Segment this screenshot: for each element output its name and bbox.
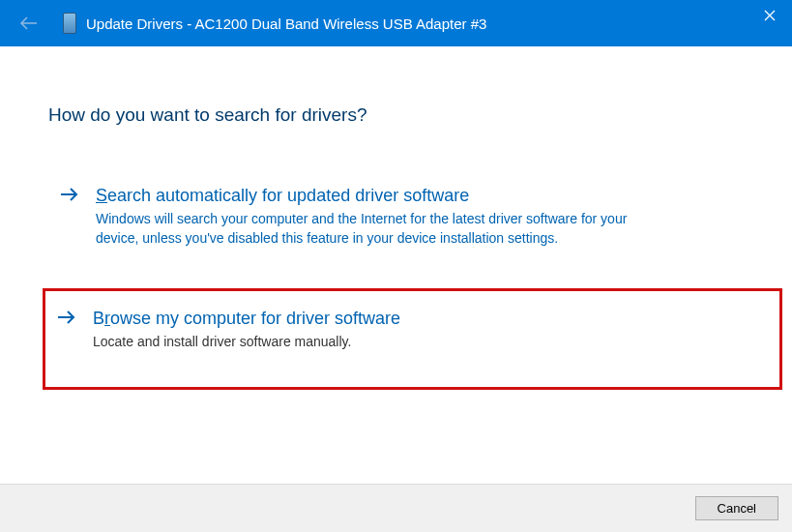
device-icon [63,13,76,34]
arrow-right-icon [58,186,81,203]
page-heading: How do you want to search for drivers? [48,104,744,126]
window-title: Update Drivers - AC1200 Dual Band Wirele… [86,15,486,32]
back-arrow-icon [19,15,39,31]
option-search-automatically[interactable]: Search automatically for updated driver … [48,174,744,259]
option-title: Search automatically for updated driver … [96,186,734,206]
option-description: Locate and install driver software manua… [93,333,634,352]
close-icon [764,10,776,21]
back-button[interactable] [19,15,39,31]
close-button[interactable] [748,0,792,31]
option-title: Browse my computer for driver software [93,309,770,329]
option-text-block: Browse my computer for driver software L… [93,309,770,352]
option-browse-computer[interactable]: Browse my computer for driver software L… [43,288,782,390]
titlebar: Update Drivers - AC1200 Dual Band Wirele… [0,0,792,46]
option-description: Windows will search your computer and th… [96,210,637,248]
arrow-right-icon [55,309,78,326]
cancel-button[interactable]: Cancel [695,496,778,520]
footer: Cancel [0,484,792,532]
content-area: How do you want to search for drivers? S… [0,46,792,484]
option-text-block: Search automatically for updated driver … [96,186,734,248]
